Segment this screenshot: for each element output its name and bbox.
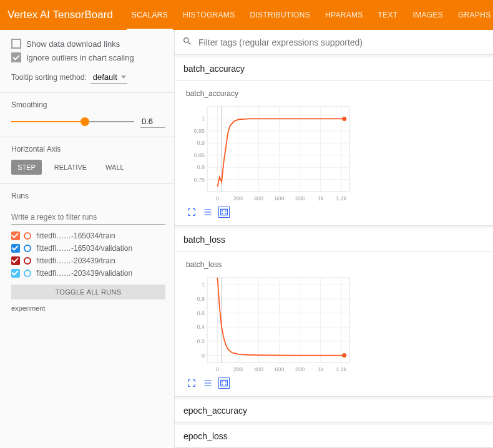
run-color-icon [24, 232, 31, 240]
fit-icon[interactable] [218, 377, 230, 389]
horizontal-axis-group: STEPRELATIVEWALL [11, 160, 165, 175]
run-item[interactable]: fittedfi……-165034/validation [11, 242, 165, 255]
svg-text:1.2k: 1.2k [336, 366, 347, 373]
svg-text:0.2: 0.2 [197, 338, 205, 344]
svg-text:800: 800 [295, 366, 305, 373]
tab-histograms[interactable]: HISTOGRAMS [175, 0, 242, 30]
svg-text:0.6: 0.6 [197, 310, 205, 316]
svg-text:1: 1 [202, 281, 205, 288]
svg-text:200: 200 [233, 366, 243, 373]
svg-point-66 [222, 384, 223, 385]
panel-batch-loss: batch_loss batch_loss 02004006008001k1.2… [175, 228, 493, 397]
svg-text:0: 0 [216, 366, 219, 373]
svg-point-31 [225, 211, 226, 212]
tooltip-sort-value: default [93, 72, 117, 82]
fit-icon[interactable] [218, 207, 230, 218]
tab-images[interactable]: IMAGES [405, 0, 450, 30]
run-checkbox-icon [11, 269, 20, 278]
panel-header[interactable]: epoch_accuracy [175, 399, 493, 422]
app-header: Vertex AI TensorBoard SCALARSHISTOGRAMSD… [0, 0, 493, 30]
svg-text:600: 600 [275, 366, 284, 373]
app-title: Vertex AI TensorBoard [7, 9, 113, 21]
tag-filter-input[interactable] [197, 37, 486, 48]
list-icon[interactable] [202, 207, 213, 218]
svg-text:1k: 1k [318, 195, 324, 202]
chart-tools [186, 207, 484, 218]
svg-text:400: 400 [254, 366, 263, 373]
chart-title: batch_accuracy [186, 89, 484, 98]
run-item[interactable]: fittedfi……-203439/validation [11, 267, 165, 280]
run-checkbox-icon [11, 256, 20, 265]
run-label: fittedfi……-165034/train [36, 231, 115, 240]
svg-text:0.8: 0.8 [197, 296, 205, 302]
sidebar: Show data download links Ignore outliers… [0, 30, 175, 448]
panel-header[interactable]: batch_loss [175, 228, 493, 251]
run-color-icon [24, 257, 31, 265]
haxis-option-relative[interactable]: RELATIVE [48, 160, 93, 175]
svg-text:0.95: 0.95 [193, 128, 205, 134]
tab-scalars[interactable]: SCALARS [124, 0, 175, 30]
toggle-all-runs-button[interactable]: TOGGLE ALL RUNS [11, 285, 165, 299]
tooltip-sort-select[interactable]: default [90, 71, 127, 84]
runs-label: Runs [11, 192, 165, 200]
ignore-outliers-label: Ignore outliers in chart scaling [26, 53, 134, 62]
svg-text:1.2k: 1.2k [336, 195, 347, 202]
chart-title: batch_loss [186, 260, 484, 269]
run-checkbox-icon [11, 231, 20, 240]
panel-epoch-loss: epoch_loss [175, 425, 493, 448]
svg-rect-0 [207, 107, 349, 192]
runs-filter-input[interactable] [11, 210, 165, 225]
haxis-option-step[interactable]: STEP [11, 160, 42, 175]
svg-point-28 [342, 117, 346, 121]
svg-point-65 [225, 382, 226, 382]
svg-point-67 [225, 384, 226, 385]
svg-text:1: 1 [202, 115, 205, 122]
haxis-option-wall[interactable]: WALL [99, 160, 130, 175]
svg-text:0.85: 0.85 [193, 152, 205, 158]
run-item[interactable]: fittedfi……-203439/train [11, 255, 165, 267]
svg-text:0.4: 0.4 [197, 324, 205, 330]
panel-header[interactable]: epoch_loss [175, 425, 493, 447]
panel-batch-accuracy: batch_accuracy batch_accuracy 0200400600… [175, 57, 493, 226]
svg-text:400: 400 [254, 195, 263, 202]
chart-batch-accuracy[interactable]: 02004006008001k1.2k0.750.80.850.90.951 [186, 103, 354, 203]
run-label: fittedfi……-165034/validation [36, 244, 132, 253]
svg-text:0: 0 [202, 353, 205, 359]
ignore-outliers-toggle[interactable]: Ignore outliers in chart scaling [11, 52, 165, 62]
expand-icon[interactable] [186, 377, 197, 389]
horizontal-axis-label: Horizontal Axis [11, 145, 165, 153]
show-download-links-toggle[interactable]: Show data download links [11, 39, 165, 49]
show-download-links-label: Show data download links [26, 39, 120, 49]
chart-batch-loss[interactable]: 02004006008001k1.2k00.20.40.60.81 [186, 274, 354, 374]
svg-point-30 [222, 211, 223, 212]
svg-text:0.8: 0.8 [197, 164, 205, 170]
experiment-label: experiment [11, 304, 165, 312]
main-area: batch_accuracy batch_accuracy 0200400600… [175, 30, 493, 448]
panel-epoch-accuracy: epoch_accuracy [175, 399, 493, 422]
svg-text:0: 0 [216, 195, 219, 202]
svg-text:0.75: 0.75 [193, 177, 205, 183]
tab-hparams[interactable]: HPARAMS [318, 0, 371, 30]
run-checkbox-icon [11, 244, 20, 253]
tag-filter-row [175, 30, 493, 55]
svg-text:800: 800 [295, 195, 305, 202]
list-icon[interactable] [202, 377, 213, 389]
tab-graphs[interactable]: GRAPHS [451, 0, 493, 30]
run-item[interactable]: fittedfi……-165034/train [11, 230, 165, 242]
run-color-icon [24, 270, 31, 277]
smoothing-slider[interactable] [11, 115, 134, 128]
panel-header[interactable]: batch_accuracy [175, 57, 493, 80]
run-color-icon [24, 245, 31, 252]
svg-rect-63 [221, 380, 228, 386]
tab-text[interactable]: TEXT [371, 0, 406, 30]
svg-rect-29 [221, 209, 228, 215]
svg-text:200: 200 [233, 195, 243, 202]
tab-distributions[interactable]: DISTRIBUTIONS [242, 0, 318, 30]
svg-text:0.9: 0.9 [197, 140, 205, 146]
smoothing-label: Smoothing [11, 100, 165, 109]
smoothing-input[interactable] [140, 115, 165, 128]
svg-point-64 [222, 382, 223, 382]
expand-icon[interactable] [186, 207, 197, 218]
checkbox-icon [11, 39, 21, 49]
svg-point-62 [342, 353, 346, 358]
